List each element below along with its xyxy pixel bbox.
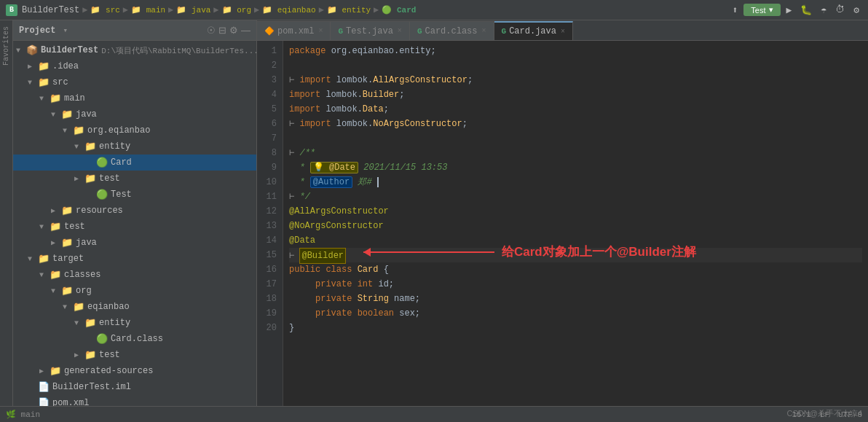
tabs-bar: 🔶 pom.xml × G Test.java × G Card.class ×…	[257, 20, 868, 41]
panel-title: Project	[19, 26, 55, 36]
code-line-14: @Data	[289, 233, 862, 248]
status-bar: 🌿 main 15:1 LF UTF-8	[0, 406, 868, 422]
tree-item-card-class[interactable]: 🟢 Card.class	[13, 331, 256, 347]
vcs-icon[interactable]: ⬆	[730, 4, 741, 16]
project-icon: 📦	[26, 44, 38, 56]
folder-icon: 📁	[38, 60, 50, 72]
tree-item-card[interactable]: 🟢 Card	[13, 155, 256, 171]
code-line-6: ⊢ import lombok.NoArgsConstructor;	[289, 117, 862, 131]
main-area: Favorites Project ▾ ☉ ⊟ ⚙ — ▼ 📦 BuilderT…	[0, 20, 868, 406]
class-icon: 🟢	[96, 157, 108, 168]
folder-icon: 📁	[73, 301, 84, 313]
tab-testjava[interactable]: G Test.java ×	[331, 21, 409, 40]
tab-cardclass[interactable]: G Card.class ×	[410, 21, 494, 40]
tree-item-classes-org[interactable]: ▼ 📁 org	[13, 283, 256, 299]
java-icon: 📁	[61, 237, 73, 249]
collapse-all-button[interactable]: ⊟	[218, 25, 226, 36]
code-line-15: ⊢ @Builder	[289, 248, 862, 262]
tree-item-test-java[interactable]: ▶ 📁 java	[13, 235, 256, 251]
code-line-5: import lombok.Data;	[289, 102, 862, 117]
code-line-7	[289, 131, 862, 146]
code-line-20: }	[289, 321, 862, 335]
tab-cardclass-close[interactable]: ×	[482, 27, 486, 35]
code-line-17: private int id;	[289, 277, 862, 292]
tree-item-resources[interactable]: ▶ 📁 resources	[13, 203, 256, 219]
tree-item-idea[interactable]: ▶ 📁 .idea	[13, 58, 256, 74]
java-folder-icon: 📁	[61, 109, 73, 120]
locate-file-button[interactable]: ☉	[207, 25, 216, 36]
editor-area: 🔶 pom.xml × G Test.java × G Card.class ×…	[257, 20, 868, 406]
folder-icon: 📁	[61, 285, 73, 297]
code-line-8: ⊢ /**	[289, 146, 862, 160]
code-line-19: private boolean sex;	[289, 306, 862, 321]
cardclass-icon: 🟢	[96, 333, 108, 345]
iml-icon: 📄	[38, 381, 50, 393]
profile-icon[interactable]: ⏱	[832, 4, 848, 15]
folder-icon: 📁	[50, 365, 61, 377]
tab-cardjava[interactable]: G Card.java ×	[494, 21, 573, 40]
coverage-icon[interactable]: ☂	[818, 4, 829, 16]
tab-testjava-label: Test.java	[346, 26, 393, 36]
left-tabs: Favorites	[0, 20, 13, 406]
tree-item-target[interactable]: ▼ 📁 target	[13, 251, 256, 267]
tree-item-java[interactable]: ▼ 📁 java	[13, 106, 256, 122]
tree-item-buildertest[interactable]: ▼ 📦 BuilderTest D:\项目代码\RabbitMQ\Builder…	[13, 42, 256, 58]
code-line-10: * @Author 郑#	[289, 175, 862, 189]
title-bar-actions: ⬆ Test▾ ▶ 🐛 ☂ ⏱ ⚙	[730, 4, 863, 16]
line-numbers: 1 2 3 4 5 6 7 8 9 10 11 12 13 14 15 16 1…	[257, 41, 283, 406]
tab-testjava-close[interactable]: ×	[398, 27, 402, 35]
code-line-11: ⊢ */	[289, 189, 862, 204]
tree-item-classes-entity[interactable]: ▼ 📁 entity	[13, 315, 256, 331]
tree-item-classes-eqianbao[interactable]: ▼ 📁 eqianbao	[13, 299, 256, 315]
code-line-16: public class Card {	[289, 262, 862, 277]
folder-icon: 📁	[73, 125, 84, 136]
run-config-label: Test	[751, 6, 765, 15]
settings-icon[interactable]: ⚙	[851, 4, 862, 16]
tab-pom-close[interactable]: ×	[318, 27, 323, 35]
debug-icon[interactable]: 🐛	[797, 4, 815, 16]
tree-item-test-entity[interactable]: ▶ 📁 test	[13, 171, 256, 187]
project-panel: Project ▾ ☉ ⊟ ⚙ — ▼ 📦 BuilderTest D:\项目代…	[13, 20, 257, 406]
xml-icon: 📄	[38, 397, 50, 406]
tab-cardjava-close[interactable]: ×	[561, 28, 565, 36]
app-icon: B	[6, 4, 17, 16]
folder-icon: 📁	[38, 253, 50, 265]
folder-icon: 📁	[50, 221, 61, 233]
folder-icon: 📁	[84, 141, 96, 152]
code-line-18: private String name;	[289, 292, 862, 306]
tree-item-entity[interactable]: ▼ 📁 entity	[13, 138, 256, 155]
code-editor[interactable]: 1 2 3 4 5 6 7 8 9 10 11 12 13 14 15 16 1…	[257, 41, 868, 406]
title-bar: B BuilderTest ▶ 📁 src ▶ 📁 main ▶ 📁 java …	[0, 0, 868, 20]
folder-icon: 📁	[61, 205, 73, 216]
code-line-2	[289, 58, 862, 73]
folder-icon: 📁	[84, 317, 96, 329]
code-line-3: ⊢ import lombok.AllArgsConstructor;	[289, 73, 862, 87]
tab-cardclass-label: Card.class	[425, 26, 477, 36]
tab-pom[interactable]: 🔶 pom.xml ×	[257, 21, 331, 40]
watermark: CSDN@杀手不太凉4	[787, 408, 862, 419]
folder-icon: 📁	[50, 269, 61, 281]
tree-item-classes[interactable]: ▼ 📁 classes	[13, 267, 256, 283]
folder-icon: 📁	[84, 173, 96, 184]
tree-item-src-test[interactable]: ▼ 📁 test	[13, 219, 256, 235]
panel-settings-button[interactable]: ⚙	[229, 25, 238, 36]
code-line-9: * 💡 @Date 2021/11/15 13:53	[289, 160, 862, 175]
left-tab-favorites[interactable]: Favorites	[1, 22, 12, 70]
run-icon[interactable]: ▶	[784, 4, 795, 16]
run-config-button[interactable]: Test▾	[743, 4, 780, 16]
tree-item-classes-test[interactable]: ▶ 📁 test	[13, 347, 256, 363]
code-line-12: @AllArgsConstructor	[289, 204, 862, 219]
tree-item-test-class[interactable]: 🟢 Test	[13, 187, 256, 203]
builder-annotation: @Builder	[299, 248, 346, 264]
tree-item-src[interactable]: ▼ 📁 src	[13, 74, 256, 90]
tree-item-main[interactable]: ▼ 📁 main	[13, 90, 256, 106]
code-content[interactable]: package org.eqianbao.entity; ⊢ import lo…	[283, 41, 868, 406]
panel-close-button[interactable]: —	[241, 25, 250, 36]
tab-pom-label: pom.xml	[277, 26, 314, 36]
tree-item-org[interactable]: ▼ 📁 org.eqianbao	[13, 122, 256, 138]
tree-item-iml[interactable]: 📄 BuilderTest.iml	[13, 379, 256, 395]
breadcrumb-app: BuilderTest	[22, 5, 79, 15]
test-class-icon: 🟢	[96, 189, 108, 200]
tree-item-generated[interactable]: ▶ 📁 generated-sources	[13, 363, 256, 379]
tree-item-pom[interactable]: 📄 pom.xml	[13, 395, 256, 406]
